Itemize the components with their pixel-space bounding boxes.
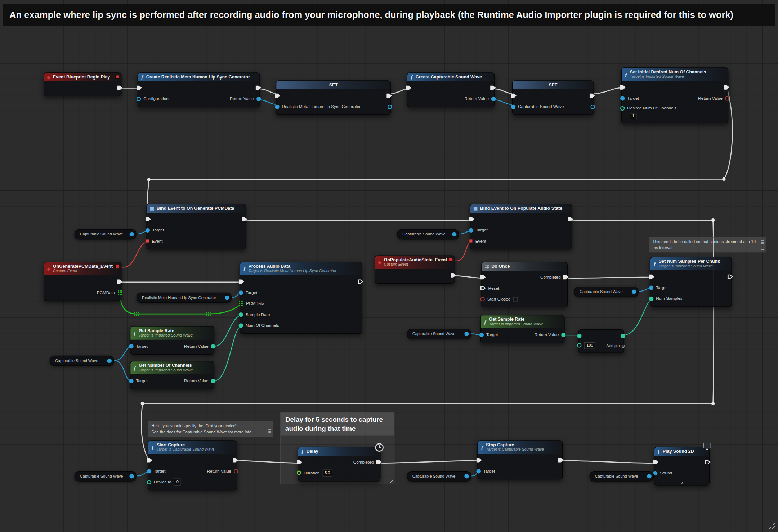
event-delegate-pin[interactable] <box>146 239 149 243</box>
node-do-once[interactable]: ⇉ Do Once Completed Reset Start Closed <box>481 262 568 307</box>
exec-out-pin[interactable] <box>242 216 247 222</box>
result-pin[interactable] <box>621 334 625 338</box>
return-value-pin[interactable] <box>234 469 238 473</box>
return-value-pin[interactable] <box>725 96 729 100</box>
node-bind-event-on-populate-audio-state[interactable]: ▣ Bind Event to On Populate Audio State … <box>470 204 572 249</box>
event-delegate-pin[interactable] <box>469 239 473 243</box>
exec-out-pin[interactable] <box>117 85 122 90</box>
reroute-dot[interactable] <box>141 402 144 405</box>
variable-in-pin[interactable] <box>275 104 279 109</box>
variable-pill-capturable-sound-wave[interactable]: Capturable Sound Wave <box>407 329 471 339</box>
node-stop-capture[interactable]: ƒ Stop Capture Target is Capturable Soun… <box>477 440 563 479</box>
pcmdata-pin[interactable] <box>239 301 244 306</box>
return-value-pin[interactable] <box>211 379 215 383</box>
reroute-dot[interactable] <box>711 402 715 405</box>
target-pin[interactable] <box>469 228 473 232</box>
target-pin[interactable] <box>129 344 133 348</box>
node-create-capturable-sound-wave[interactable]: ƒ Create Capturable Sound Wave Return Va… <box>407 72 495 107</box>
exec-in-pin[interactable] <box>146 216 151 222</box>
delegate-output-pin[interactable] <box>115 264 119 268</box>
num-samples-pin[interactable] <box>649 296 653 301</box>
exec-in-pin[interactable] <box>137 85 142 90</box>
variable-out-pin[interactable] <box>464 474 469 478</box>
exec-out-pin[interactable] <box>451 272 456 278</box>
node-bind-event-on-generate-pcmdata[interactable]: ▣ Bind Event to On Generate PCMData Targ… <box>146 204 246 249</box>
exec-in-pin[interactable] <box>469 216 474 222</box>
variable-pill-capturable-sound-wave[interactable]: Capturable Sound Wave <box>75 229 137 239</box>
target-pin[interactable] <box>649 285 653 290</box>
node-play-sound-2d[interactable]: ƒ Play Sound 2D Sound ∨ <box>654 447 710 485</box>
return-value-pin[interactable] <box>561 333 565 337</box>
variable-pill-capturable-sound-wave[interactable]: Capturable Sound Wave <box>407 471 471 482</box>
variable-out-pin[interactable] <box>590 104 595 109</box>
return-value-pin[interactable] <box>256 96 261 101</box>
duration-input[interactable]: 5.0 <box>322 470 332 476</box>
node-set-num-samples-per-chunk[interactable]: ƒ Set Num Samples Per Chunk Target is Im… <box>650 257 732 307</box>
target-pin[interactable] <box>479 333 484 337</box>
target-pin[interactable] <box>239 290 243 295</box>
dividend-pin[interactable] <box>577 334 581 338</box>
blueprint-canvas[interactable]: An example where lip sync is performed a… <box>0 0 778 532</box>
exec-out-pin[interactable] <box>255 85 261 90</box>
exec-out-pin[interactable] <box>386 93 392 98</box>
variable-pill-capturable-sound-wave[interactable]: Capturable Sound Wave <box>50 356 114 366</box>
exec-out-pin[interactable] <box>724 85 729 90</box>
exec-out-pin[interactable] <box>568 216 573 222</box>
variable-pill-capturable-sound-wave[interactable]: Capturable Sound Wave <box>397 229 459 239</box>
exec-out-pin[interactable] <box>490 85 496 90</box>
node-onpopulateaudiostate-event[interactable]: ◆ OnPopulateAudioState_Event Custom Even… <box>375 255 455 284</box>
exec-out-pin[interactable] <box>233 457 238 463</box>
variable-out-pin[interactable] <box>452 232 456 236</box>
device-id-input[interactable]: 0 <box>174 479 181 485</box>
sample-rate-pin[interactable] <box>239 312 243 316</box>
delegate-output-pin[interactable] <box>448 258 452 262</box>
start-closed-pin[interactable] <box>480 297 485 301</box>
node-get-number-of-channels[interactable]: ƒ Get Number Of Channels Target is Impor… <box>130 361 214 389</box>
add-pin-label[interactable]: Add pin <box>606 343 620 348</box>
exec-in-pin[interactable] <box>275 93 280 98</box>
desired-num-channels-input[interactable]: 1 <box>630 113 637 120</box>
return-value-pin[interactable] <box>491 96 496 101</box>
variable-out-pin[interactable] <box>130 232 134 236</box>
exec-out-pin[interactable] <box>590 93 595 98</box>
exec-out-pin[interactable] <box>705 459 711 465</box>
node-start-capture[interactable]: ƒ Start Capture Target is Capturable Sou… <box>148 440 237 490</box>
exec-out-pin[interactable] <box>558 457 564 463</box>
target-pin[interactable] <box>620 96 625 100</box>
target-pin[interactable] <box>147 469 151 473</box>
variable-pill-capturable-sound-wave[interactable]: Capturable Sound Wave <box>590 471 654 482</box>
exec-in-pin[interactable] <box>653 459 658 465</box>
exec-out-pin[interactable] <box>117 279 122 284</box>
node-event-begin-play[interactable]: ◆ Event Blueprint Begin Play <box>44 72 121 96</box>
exec-out-pin[interactable] <box>728 274 733 279</box>
variable-pill-capturable-sound-wave[interactable]: Capturable Sound Wave <box>574 287 639 297</box>
node-set-realistic-generator[interactable]: SET Realistic Meta Human Lip Sync Genera… <box>276 80 391 115</box>
completed-exec-out-pin[interactable] <box>376 459 381 465</box>
expand-chevron-icon[interactable]: ∨ <box>680 481 683 485</box>
node-create-realistic-generator[interactable]: ƒ Create Realistic Meta Human Lip Sync G… <box>138 72 260 107</box>
exec-in-pin[interactable] <box>480 275 486 280</box>
duration-pin[interactable] <box>297 471 301 475</box>
desired-num-channels-pin[interactable] <box>620 106 625 110</box>
node-process-audio-data[interactable]: ƒ Process Audio Data Target is Realistic… <box>240 262 362 334</box>
variable-out-pin[interactable] <box>632 290 636 294</box>
num-of-channels-pin[interactable] <box>239 323 243 328</box>
exec-out-pin[interactable] <box>358 279 363 284</box>
target-pin[interactable] <box>476 469 480 473</box>
divisor-input[interactable]: 100 <box>584 342 595 349</box>
completed-exec-out-pin[interactable] <box>563 275 569 280</box>
variable-pill-capturable-sound-wave[interactable]: Capturable Sound Wave <box>75 471 137 482</box>
target-pin[interactable] <box>129 379 133 383</box>
exec-in-pin[interactable] <box>476 457 482 463</box>
node-ongeneratepcmdata-event[interactable]: ◆ OnGeneratePCMData_Event Custom Event P… <box>44 262 121 301</box>
exec-in-pin[interactable] <box>620 85 626 90</box>
reroute-dot[interactable] <box>711 218 715 222</box>
variable-out-pin[interactable] <box>107 359 112 363</box>
exec-in-pin[interactable] <box>147 457 152 463</box>
divisor-pin[interactable] <box>577 343 581 348</box>
device-id-pin[interactable] <box>147 480 151 484</box>
variable-out-pin[interactable] <box>388 104 392 109</box>
exec-in-pin[interactable] <box>406 85 411 90</box>
exec-in-pin[interactable] <box>297 459 302 465</box>
variable-in-pin[interactable] <box>511 104 515 109</box>
